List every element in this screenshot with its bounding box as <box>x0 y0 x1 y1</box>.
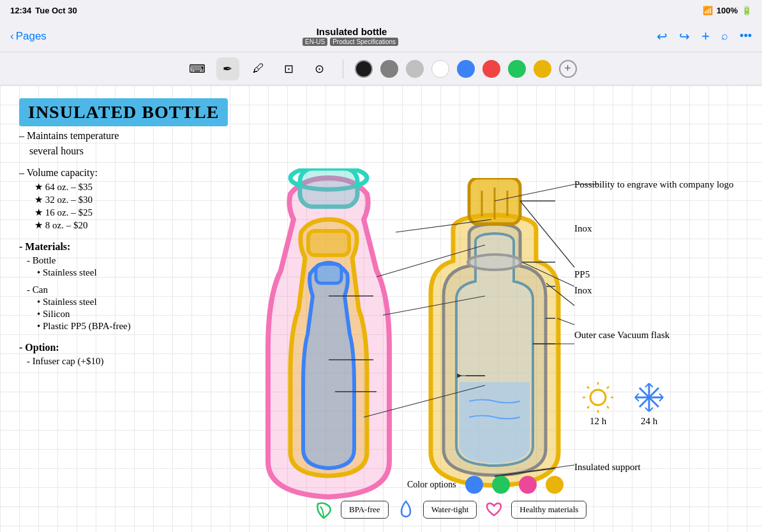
hot-hours: 12 h <box>590 416 606 427</box>
color-option-green <box>492 476 510 494</box>
color-options-row: Color options <box>407 476 564 494</box>
add-color-button[interactable]: + <box>559 60 577 78</box>
heart-icon <box>483 499 505 521</box>
add-button[interactable]: + <box>701 28 710 45</box>
color-gray[interactable] <box>380 60 398 78</box>
divider <box>343 59 343 78</box>
toolbar: ⌨ ✒ 🖊 ⊡ ⊙ + <box>0 52 762 85</box>
bottle-sketch-right <box>421 178 568 510</box>
nav-right: ↩ ↪ + ⌕ ••• <box>657 28 752 45</box>
wifi-icon: 📶 <box>703 6 713 15</box>
option-item1: - Infuser cap (+$10) <box>27 356 255 367</box>
healthy-materials-badge: Healthy materials <box>511 501 586 519</box>
color-option-blue <box>465 476 483 494</box>
pp5-annotation: PP5 <box>574 269 753 280</box>
temperature-section: 12 h 24 h <box>582 381 665 427</box>
can-mat3: • Plastic PP5 (BPA-free) <box>37 321 255 332</box>
status-right: 📶 100% 🔋 <box>703 6 752 15</box>
color-yellow[interactable] <box>534 60 551 78</box>
search-button[interactable]: ⌕ <box>721 29 728 43</box>
color-red[interactable] <box>482 60 500 78</box>
temp-line1: – Maintains temperature <box>19 130 255 142</box>
svg-rect-3 <box>308 231 349 255</box>
volume-section: – Volume capacity: ★ 64 oz. – $35 ★ 32 o… <box>19 167 255 231</box>
water-tight-label: Water-tight <box>431 505 469 515</box>
bottle-material: • Stainless steel <box>37 267 255 278</box>
more-button[interactable]: ••• <box>740 29 752 43</box>
status-left: 12:34 Tue Oct 30 <box>10 6 77 15</box>
color-option-pink <box>519 476 537 494</box>
option-section: - Option: - Infuser cap (+$10) <box>19 342 255 367</box>
can-label: - Can <box>27 284 255 295</box>
vol-32: ★ 32 oz. – $30 <box>34 194 255 205</box>
redo-button[interactable]: ↪ <box>679 29 690 44</box>
language-tag: EN-US <box>303 38 327 46</box>
status-bar: 12:34 Tue Oct 30 📶 100% 🔋 <box>0 0 762 20</box>
vol-8: ★ 8 oz. – $20 <box>34 219 255 231</box>
color-green[interactable] <box>508 60 526 78</box>
back-button[interactable]: ‹ Pages <box>10 30 47 43</box>
pen-tool[interactable]: ✒ <box>216 57 239 80</box>
bpa-free-label: BPA-free <box>349 505 380 515</box>
highlighter-tool[interactable]: 🖊 <box>247 57 270 80</box>
inox1-text: Inox <box>574 223 592 234</box>
eraser-tool[interactable]: ⊡ <box>278 57 301 80</box>
option-header: - Option: <box>19 342 255 353</box>
back-chevron-icon: ‹ <box>10 30 14 43</box>
lasso-tool[interactable]: ⊙ <box>308 57 331 80</box>
inox2-text: Inox <box>574 285 592 295</box>
svg-line-30 <box>587 387 589 388</box>
color-options-label: Color options <box>407 480 456 490</box>
left-section: – Maintains temperature several hours – … <box>19 124 255 367</box>
volume-header: – Volume capacity: <box>19 167 255 179</box>
color-lightgray[interactable] <box>406 60 424 78</box>
snowflake-icon <box>633 381 665 413</box>
cold-hours: 24 h <box>641 416 657 427</box>
water-icon <box>395 499 417 521</box>
svg-line-33 <box>607 406 609 408</box>
color-white[interactable] <box>431 60 449 78</box>
can-mat1: • Stainless steel <box>37 297 255 307</box>
back-label: Pages <box>16 30 47 43</box>
document-heading: INSULATED BOTTLE <box>19 98 228 126</box>
color-black[interactable] <box>355 60 373 78</box>
battery-icon: 🔋 <box>742 6 752 15</box>
subtitle-text: Product Specifications <box>330 38 398 46</box>
annotation-panel: Possibility to engrave with company logo… <box>574 178 753 355</box>
canvas-content: INSULATED BOTTLE – Maintains temperature… <box>0 85 762 532</box>
canvas: INSULATED BOTTLE – Maintains temperature… <box>0 85 762 532</box>
top-nav: ‹ Pages Insulated bottle EN-USProduct Sp… <box>0 20 762 52</box>
svg-point-25 <box>590 390 606 405</box>
date: Tue Oct 30 <box>35 6 77 15</box>
bottle-sketch-left <box>249 168 408 526</box>
healthy-materials-label: Healthy materials <box>519 505 578 515</box>
svg-line-31 <box>607 387 609 388</box>
materials-section: - Materials: - Bottle • Stainless steel … <box>19 241 255 332</box>
leaf-icon <box>313 499 334 521</box>
outer-case-text: Outer case Vacuum flask <box>574 328 753 343</box>
insulated-support-annotation: Insulated support <box>574 462 641 473</box>
sun-icon <box>582 381 614 413</box>
time: 12:34 <box>10 6 31 15</box>
nav-left: ‹ Pages <box>10 30 47 43</box>
nav-center: Insulated bottle EN-USProduct Specificat… <box>303 26 401 46</box>
color-options: Color options <box>407 476 564 494</box>
cold-duration: 24 h <box>633 381 665 427</box>
inox2-annotation: Inox <box>574 285 753 296</box>
inox1-annotation: Inox <box>574 223 753 234</box>
badge-row: BPA-free Water-tight Healthy materials <box>313 499 586 521</box>
document-title: Insulated bottle <box>303 26 401 37</box>
keyboard-tool[interactable]: ⌨ <box>186 57 209 80</box>
document-subtitle: EN-USProduct Specifications <box>303 37 401 46</box>
vol-64: ★ 64 oz. – $35 <box>34 181 255 193</box>
hot-duration: 12 h <box>582 381 614 427</box>
color-blue[interactable] <box>457 60 475 78</box>
bottle-label: - Bottle <box>27 255 255 266</box>
engrave-annotation: Possibility to engrave with company logo <box>574 178 753 191</box>
battery: 100% <box>717 6 738 15</box>
undo-button[interactable]: ↩ <box>657 29 668 44</box>
temp-line2: several hours <box>29 145 255 157</box>
pp5-text: PP5 <box>574 269 753 280</box>
insulated-support-text: Insulated support <box>574 462 641 472</box>
color-option-yellow <box>546 476 564 494</box>
